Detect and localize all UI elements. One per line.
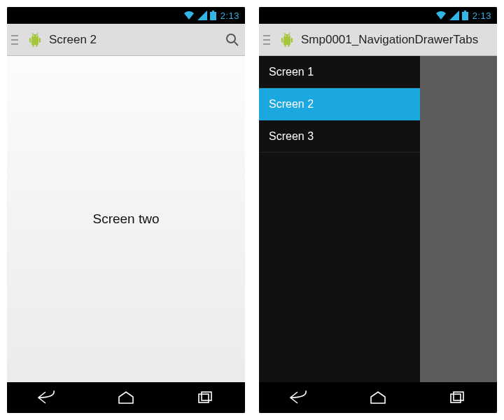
screen-content-label: Screen two [92,211,159,227]
back-button[interactable] [278,382,320,413]
drawer-toggle-icon[interactable] [263,34,273,46]
svg-rect-9 [36,44,37,47]
drawer-item-label: Screen 1 [269,66,314,78]
drawer-toggle-icon[interactable] [11,34,21,46]
status-time: 2:13 [472,10,491,21]
svg-rect-18 [462,12,468,20]
navigation-drawer: Screen 1 Screen 2 Screen 3 [259,56,420,382]
phone-right: 2:13 Smp0001_NavigationD [259,7,497,413]
svg-line-15 [234,42,238,46]
svg-rect-8 [33,44,34,47]
drawer-item-screen-3[interactable]: Screen 3 [259,120,420,153]
drawer-item-screen-2[interactable]: Screen 2 [259,88,420,120]
drawer-item-screen-1[interactable]: Screen 1 [259,56,420,88]
status-time: 2:13 [220,10,239,21]
home-button[interactable] [105,382,147,413]
wifi-icon [183,10,195,20]
svg-rect-17 [202,392,211,400]
svg-rect-23 [284,38,290,45]
drawer-item-label: Screen 2 [269,98,314,111]
svg-point-31 [288,35,288,36]
actionbar-title: Smp0001_NavigationDrawerTabs [301,33,493,47]
svg-rect-27 [288,44,289,47]
svg-point-13 [36,35,36,36]
svg-line-29 [289,33,290,35]
content-dimmed[interactable]: Screen 1 Screen 2 Screen 3 [259,56,497,382]
app-icon [277,30,297,50]
action-bar: Smp0001_NavigationDrawerTabs [259,24,497,56]
actionbar-title: Screen 2 [49,33,220,47]
svg-rect-24 [281,38,283,43]
back-button[interactable] [26,382,68,413]
home-button[interactable] [357,382,399,413]
phone-left: 2:13 Screen 2 [7,7,245,413]
svg-point-30 [285,35,286,36]
drawer-item-label: Screen 3 [269,130,314,143]
svg-point-12 [33,35,34,36]
svg-rect-5 [31,38,38,45]
svg-rect-26 [285,44,286,47]
svg-point-14 [227,34,235,43]
wifi-icon [435,10,447,20]
signal-icon [449,10,459,20]
status-bar: 2:13 [259,7,497,24]
svg-rect-33 [454,392,463,400]
svg-rect-16 [199,394,209,402]
content-area: Screen two [7,56,245,382]
recent-apps-button[interactable] [184,382,226,413]
svg-rect-6 [29,38,31,43]
svg-line-10 [32,33,34,35]
svg-line-28 [284,33,286,35]
recent-apps-button[interactable] [436,382,478,413]
svg-rect-1 [212,10,214,12]
status-bar: 2:13 [7,7,245,24]
nav-bar [7,382,245,413]
battery-icon [210,10,216,20]
svg-rect-19 [464,10,466,12]
app-icon [25,30,45,50]
signal-icon [197,10,207,20]
svg-rect-25 [291,38,293,43]
battery-icon [462,10,468,20]
svg-rect-0 [210,12,216,20]
svg-line-11 [37,33,38,35]
action-bar: Screen 2 [7,24,245,56]
svg-rect-32 [451,394,461,402]
svg-rect-7 [39,38,41,43]
nav-bar [259,382,497,413]
search-icon[interactable] [224,31,241,48]
